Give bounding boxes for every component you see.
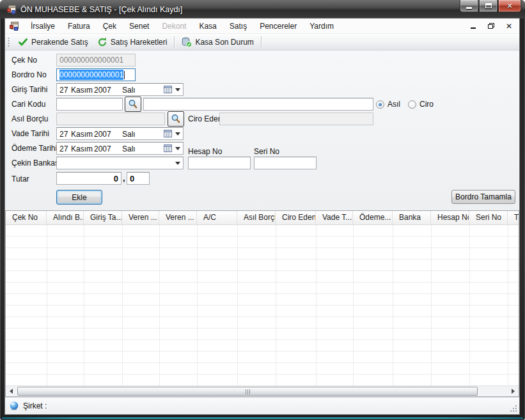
seri-no-input[interactable]	[254, 157, 317, 169]
vade-tarihi-label: Vade Tarihi	[12, 129, 49, 138]
toolbar: Perakende Satış Satış Hareketleri Kasa S…	[5, 34, 519, 51]
tutar-whole-input[interactable]: 0	[56, 172, 121, 185]
cari-adi-input[interactable]	[143, 98, 373, 111]
titlebar[interactable]: ÖN MUHASEBE & SATIŞ - [Çek Alındı Kaydı]…	[0, 0, 525, 19]
menu-item-fatura[interactable]: Fatura	[61, 19, 97, 33]
minimize-icon	[466, 7, 472, 9]
scrollbar-thumb[interactable]	[17, 387, 478, 396]
menu-item-irsaliye[interactable]: İrsaliye	[24, 19, 61, 33]
cek-no-label: Çek No	[12, 56, 37, 65]
bordro-tamamla-button[interactable]: Bordro Tamamla	[451, 190, 515, 204]
menu-item-yardim[interactable]: Yardım	[303, 19, 340, 33]
grid-column-line	[237, 225, 238, 385]
grid-column-line	[353, 225, 354, 385]
date-month[interactable]: Kasım	[71, 86, 93, 95]
kasa-son-durum-button[interactable]: Kasa Son Durum	[177, 35, 258, 49]
menubar: İrsaliye Fatura Çek Senet Dekont Kasa Sa…	[5, 19, 519, 34]
ciro-eden-input	[219, 113, 373, 125]
grid-header-banka[interactable]: Banka	[393, 211, 431, 224]
mdi-minimize-icon[interactable]	[469, 22, 477, 30]
chevron-down-icon[interactable]	[175, 147, 180, 150]
bordro-no-input[interactable]: 000000000000001	[56, 68, 136, 81]
calendar-icon	[164, 130, 172, 137]
radio-circle	[408, 100, 416, 109]
date-day[interactable]: 27	[59, 130, 68, 139]
bordro-no-label: Bordro No	[12, 70, 47, 79]
date-year[interactable]: 2007	[94, 130, 111, 139]
chevron-down-icon[interactable]	[175, 132, 180, 136]
grid-header-seri-no[interactable]: Seri No	[469, 211, 508, 224]
grid-header-alindi-b[interactable]: Alındı B...	[47, 211, 84, 224]
hesap-no-input[interactable]	[188, 157, 251, 169]
scroll-left-arrow[interactable]	[6, 386, 17, 396]
ciro-radio[interactable]: Ciro	[408, 100, 434, 109]
vade-tarihi-datepicker[interactable]: 27 Kasım 2007 Salı	[56, 127, 184, 140]
giris-tarihi-datepicker[interactable]: 27 Kasım 2007 Salı	[56, 83, 184, 96]
giris-tarihi-label: Giriş Tarihi	[12, 85, 47, 94]
grid-body[interactable]	[6, 225, 519, 385]
close-icon: ✕	[506, 2, 512, 10]
chevron-down-icon[interactable]	[175, 88, 180, 91]
menu-item-senet[interactable]: Senet	[123, 19, 155, 33]
grid-header-vade-t[interactable]: Vade T...	[316, 211, 353, 224]
grid-header-cek-no[interactable]: Çek No	[6, 211, 47, 224]
minimize-button[interactable]	[460, 0, 478, 12]
toolbar-grip[interactable]	[8, 37, 10, 47]
date-month[interactable]: Kasım	[71, 144, 93, 153]
grid-header-odeme[interactable]: Ödeme...	[353, 211, 393, 224]
date-day[interactable]: 27	[59, 86, 68, 95]
asil-borclu-input	[56, 113, 165, 125]
date-year[interactable]: 2007	[94, 144, 111, 153]
grid-header-ciro-eden[interactable]: Ciro Eden	[276, 211, 316, 224]
refresh-icon	[97, 37, 107, 47]
date-month[interactable]: Kasım	[71, 130, 93, 139]
grid-column-line	[508, 225, 508, 385]
grid-header-veren-1[interactable]: Veren ...	[122, 211, 159, 224]
grid-header: Çek No Alındı B... Giriş Ta... Veren ...…	[6, 211, 519, 225]
kasa-son-durum-label: Kasa Son Durum	[195, 38, 253, 47]
grid-header-tutar[interactable]: Tut	[508, 211, 519, 224]
horizontal-scrollbar[interactable]	[6, 385, 519, 396]
menu-item-cek[interactable]: Çek	[97, 19, 123, 33]
menu-item-kasa[interactable]: Kasa	[192, 19, 223, 33]
decimal-separator: ,	[123, 173, 125, 183]
maximize-button[interactable]	[479, 0, 498, 12]
globe-icon	[9, 401, 19, 411]
menu-items: İrsaliye Fatura Çek Senet Dekont Kasa Sa…	[24, 19, 340, 33]
grid-header-hesap-no[interactable]: Hesap No	[431, 211, 469, 224]
grid-header-a-c[interactable]: A/C	[197, 211, 237, 224]
cari-kodu-input[interactable]	[56, 98, 123, 111]
mdi-close-icon[interactable]: ✕	[505, 22, 513, 30]
close-button[interactable]: ✕	[498, 0, 521, 12]
caption-buttons: ✕	[460, 0, 521, 12]
ekle-button[interactable]: Ekle	[56, 190, 102, 205]
asil-borclu-search-button[interactable]	[168, 111, 184, 127]
grid-header-asil-borclu[interactable]: Asıl Borçlu	[237, 211, 276, 224]
mdi-child-icon	[9, 21, 19, 31]
asil-borclu-label: Asıl Borçlu	[12, 114, 48, 123]
menu-item-satis[interactable]: Satış	[223, 19, 253, 33]
cari-kodu-search-button[interactable]	[125, 97, 141, 112]
cekin-bankasi-combobox[interactable]	[56, 157, 184, 169]
toolbar-separator	[174, 36, 175, 48]
tutar-fraction-input[interactable]: 0	[127, 172, 150, 185]
satis-hareketleri-button[interactable]: Satış Hareketleri	[93, 35, 172, 49]
company-status-label: Şirket :	[23, 401, 47, 410]
resize-grip[interactable]	[509, 404, 517, 412]
menu-item-pencereler[interactable]: Pencereler	[253, 19, 303, 33]
perakende-satis-button[interactable]: Perakende Satış	[13, 35, 93, 49]
grid-header-giris-ta[interactable]: Giriş Ta...	[84, 211, 122, 224]
perakende-satis-label: Perakende Satış	[31, 38, 88, 47]
asil-radio[interactable]: Asıl	[376, 100, 400, 109]
cari-kodu-label: Cari Kodu	[12, 100, 45, 109]
radio-circle	[376, 100, 384, 109]
mdi-restore-icon[interactable]	[487, 22, 495, 30]
odeme-tarihi-datepicker[interactable]: 27 Kasım 2007 Salı	[56, 142, 184, 155]
grid-column-line	[316, 225, 317, 385]
scroll-right-arrow[interactable]	[508, 386, 519, 396]
date-weekday: Salı	[122, 130, 136, 139]
date-year[interactable]: 2007	[94, 86, 111, 95]
calendar-icon	[164, 86, 172, 93]
date-day[interactable]: 27	[59, 144, 68, 153]
grid-header-veren-2[interactable]: Veren ...	[159, 211, 197, 224]
